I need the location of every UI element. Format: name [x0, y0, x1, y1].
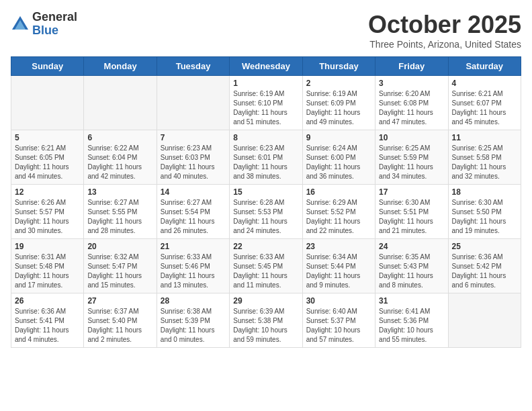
day-info: Sunrise: 6:25 AM Sunset: 5:59 PM Dayligh… [379, 144, 444, 181]
day-info: Sunrise: 6:24 AM Sunset: 6:00 PM Dayligh… [306, 144, 371, 181]
day-cell-21: 21Sunrise: 6:33 AM Sunset: 5:46 PM Dayli… [157, 239, 229, 293]
day-number: 11 [452, 133, 517, 142]
weekday-header-friday: Friday [375, 57, 448, 76]
day-cell-23: 23Sunrise: 6:34 AM Sunset: 5:44 PM Dayli… [302, 239, 375, 293]
day-number: 15 [233, 187, 298, 197]
day-cell-19: 19Sunrise: 6:31 AM Sunset: 5:48 PM Dayli… [11, 239, 84, 293]
empty-cell [157, 76, 229, 130]
day-number: 29 [233, 296, 298, 306]
day-cell-2: 2Sunrise: 6:19 AM Sunset: 6:09 PM Daylig… [302, 76, 375, 130]
week-row-1: 1Sunrise: 6:19 AM Sunset: 6:10 PM Daylig… [11, 76, 521, 130]
day-number: 17 [379, 187, 444, 197]
day-info: Sunrise: 6:20 AM Sunset: 6:08 PM Dayligh… [379, 89, 444, 127]
day-info: Sunrise: 6:37 AM Sunset: 5:40 PM Dayligh… [87, 307, 152, 345]
day-number: 22 [233, 242, 298, 251]
day-info: Sunrise: 6:35 AM Sunset: 5:43 PM Dayligh… [379, 253, 444, 290]
day-cell-10: 10Sunrise: 6:25 AM Sunset: 5:59 PM Dayli… [375, 130, 448, 185]
day-cell-5: 5Sunrise: 6:21 AM Sunset: 6:05 PM Daylig… [11, 130, 84, 185]
day-cell-30: 30Sunrise: 6:40 AM Sunset: 5:37 PM Dayli… [302, 293, 375, 348]
day-info: Sunrise: 6:22 AM Sunset: 6:04 PM Dayligh… [87, 144, 152, 181]
day-info: Sunrise: 6:30 AM Sunset: 5:50 PM Dayligh… [452, 198, 517, 236]
logo-general-text: General [32, 11, 77, 24]
logo-blue-text: Blue [32, 24, 77, 38]
day-cell-7: 7Sunrise: 6:23 AM Sunset: 6:03 PM Daylig… [157, 130, 229, 185]
location-text: Three Points, Arizona, United States [368, 39, 521, 50]
day-number: 9 [306, 133, 371, 142]
day-number: 7 [161, 133, 226, 142]
logo: General Blue [11, 11, 77, 38]
day-info: Sunrise: 6:38 AM Sunset: 5:39 PM Dayligh… [161, 307, 226, 345]
day-number: 25 [452, 242, 517, 251]
day-info: Sunrise: 6:33 AM Sunset: 5:46 PM Dayligh… [161, 253, 226, 290]
day-info: Sunrise: 6:27 AM Sunset: 5:55 PM Dayligh… [87, 198, 152, 236]
week-row-3: 12Sunrise: 6:26 AM Sunset: 5:57 PM Dayli… [11, 185, 521, 239]
weekday-header-saturday: Saturday [448, 57, 521, 76]
day-info: Sunrise: 6:23 AM Sunset: 6:03 PM Dayligh… [161, 144, 226, 181]
day-number: 28 [161, 296, 226, 306]
day-cell-12: 12Sunrise: 6:26 AM Sunset: 5:57 PM Dayli… [11, 185, 84, 239]
weekday-header-tuesday: Tuesday [157, 57, 229, 76]
weekday-header-thursday: Thursday [302, 57, 375, 76]
day-number: 20 [87, 242, 152, 251]
day-cell-27: 27Sunrise: 6:37 AM Sunset: 5:40 PM Dayli… [84, 293, 157, 348]
day-cell-24: 24Sunrise: 6:35 AM Sunset: 5:43 PM Dayli… [375, 239, 448, 293]
day-cell-9: 9Sunrise: 6:24 AM Sunset: 6:00 PM Daylig… [302, 130, 375, 185]
week-row-2: 5Sunrise: 6:21 AM Sunset: 6:05 PM Daylig… [11, 130, 521, 185]
day-number: 24 [379, 242, 444, 251]
day-info: Sunrise: 6:19 AM Sunset: 6:10 PM Dayligh… [233, 89, 298, 127]
empty-cell [448, 293, 521, 348]
day-cell-13: 13Sunrise: 6:27 AM Sunset: 5:55 PM Dayli… [84, 185, 157, 239]
day-cell-22: 22Sunrise: 6:33 AM Sunset: 5:45 PM Dayli… [230, 239, 302, 293]
weekday-header-sunday: Sunday [11, 57, 84, 76]
day-cell-26: 26Sunrise: 6:36 AM Sunset: 5:41 PM Dayli… [11, 293, 84, 348]
weekday-header-monday: Monday [84, 57, 157, 76]
day-number: 27 [87, 296, 152, 306]
day-cell-20: 20Sunrise: 6:32 AM Sunset: 5:47 PM Dayli… [84, 239, 157, 293]
day-cell-11: 11Sunrise: 6:25 AM Sunset: 5:58 PM Dayli… [448, 130, 521, 185]
weekday-header-wednesday: Wednesday [230, 57, 302, 76]
empty-cell [11, 76, 84, 130]
day-cell-1: 1Sunrise: 6:19 AM Sunset: 6:10 PM Daylig… [230, 76, 302, 130]
day-number: 13 [87, 187, 152, 197]
day-cell-25: 25Sunrise: 6:36 AM Sunset: 5:42 PM Dayli… [448, 239, 521, 293]
day-info: Sunrise: 6:34 AM Sunset: 5:44 PM Dayligh… [306, 253, 371, 290]
week-row-4: 19Sunrise: 6:31 AM Sunset: 5:48 PM Dayli… [11, 239, 521, 293]
day-info: Sunrise: 6:29 AM Sunset: 5:52 PM Dayligh… [306, 198, 371, 236]
day-cell-29: 29Sunrise: 6:39 AM Sunset: 5:38 PM Dayli… [230, 293, 302, 348]
day-number: 10 [379, 133, 444, 142]
day-info: Sunrise: 6:40 AM Sunset: 5:37 PM Dayligh… [306, 307, 371, 345]
day-number: 26 [15, 296, 80, 306]
day-info: Sunrise: 6:33 AM Sunset: 5:45 PM Dayligh… [233, 253, 298, 290]
day-info: Sunrise: 6:23 AM Sunset: 6:01 PM Dayligh… [233, 144, 298, 181]
day-number: 3 [379, 79, 444, 88]
day-info: Sunrise: 6:27 AM Sunset: 5:54 PM Dayligh… [161, 198, 226, 236]
day-info: Sunrise: 6:21 AM Sunset: 6:05 PM Dayligh… [15, 144, 80, 181]
day-number: 2 [306, 79, 371, 88]
day-number: 14 [161, 187, 226, 197]
day-cell-4: 4Sunrise: 6:21 AM Sunset: 6:07 PM Daylig… [448, 76, 521, 130]
day-info: Sunrise: 6:25 AM Sunset: 5:58 PM Dayligh… [452, 144, 517, 181]
day-number: 31 [379, 296, 444, 306]
day-info: Sunrise: 6:26 AM Sunset: 5:57 PM Dayligh… [15, 198, 80, 236]
day-info: Sunrise: 6:41 AM Sunset: 5:36 PM Dayligh… [379, 307, 444, 345]
day-number: 30 [306, 296, 371, 306]
day-info: Sunrise: 6:19 AM Sunset: 6:09 PM Dayligh… [306, 89, 371, 127]
day-number: 12 [15, 187, 80, 197]
day-number: 8 [233, 133, 298, 142]
day-info: Sunrise: 6:31 AM Sunset: 5:48 PM Dayligh… [15, 253, 80, 290]
logo-icon [11, 15, 30, 34]
day-info: Sunrise: 6:36 AM Sunset: 5:41 PM Dayligh… [15, 307, 80, 345]
day-info: Sunrise: 6:30 AM Sunset: 5:51 PM Dayligh… [379, 198, 444, 236]
day-number: 23 [306, 242, 371, 251]
day-cell-15: 15Sunrise: 6:28 AM Sunset: 5:53 PM Dayli… [230, 185, 302, 239]
weekday-header-row: SundayMondayTuesdayWednesdayThursdayFrid… [11, 57, 521, 76]
page-header: General Blue October 2025 Three Points, … [11, 11, 521, 50]
day-number: 6 [87, 133, 152, 142]
day-cell-3: 3Sunrise: 6:20 AM Sunset: 6:08 PM Daylig… [375, 76, 448, 130]
day-number: 1 [233, 79, 298, 88]
day-number: 4 [452, 79, 517, 88]
empty-cell [84, 76, 157, 130]
day-number: 21 [161, 242, 226, 251]
day-cell-17: 17Sunrise: 6:30 AM Sunset: 5:51 PM Dayli… [375, 185, 448, 239]
day-number: 18 [452, 187, 517, 197]
